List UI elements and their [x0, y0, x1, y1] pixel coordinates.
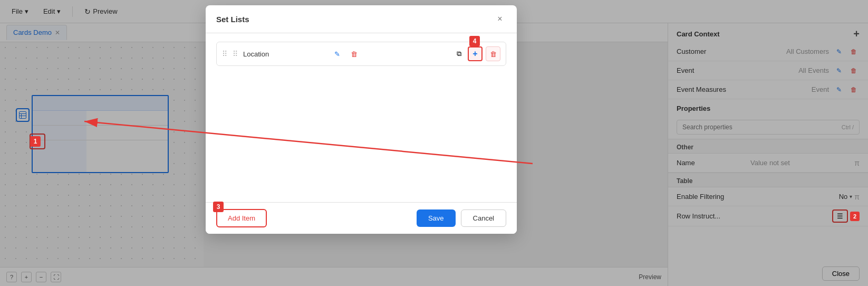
- location-item-name: Location: [243, 50, 326, 58]
- drag-handle-inner[interactable]: ⠿: [233, 50, 238, 58]
- save-button[interactable]: Save: [417, 209, 456, 227]
- delete-item-button[interactable]: 🗑: [486, 46, 500, 61]
- location-delete-icon[interactable]: 🗑: [348, 48, 360, 60]
- add-item-button[interactable]: Add Item: [216, 209, 267, 227]
- modal-footer: Add Item 3 Save Cancel: [206, 202, 517, 234]
- copy-icon[interactable]: ⧉: [453, 48, 465, 60]
- modal-header: Set Lists ×: [206, 5, 517, 33]
- add-item-wrapper: Add Item 3: [216, 209, 267, 227]
- modal-body: ⠿ ⠿ Location ✎ 🗑 ⧉ + 🗑: [206, 33, 517, 202]
- drag-handle-outer[interactable]: ⠿: [222, 50, 227, 58]
- save-label: Save: [428, 214, 444, 222]
- footer-actions: Save Cancel: [417, 209, 506, 227]
- cancel-label: Cancel: [473, 214, 494, 222]
- set-lists-modal: Set Lists × ⠿ ⠿ Location ✎ 🗑 ⧉ + 🗑 Add I…: [206, 5, 517, 234]
- modal-close-button[interactable]: ×: [494, 13, 506, 25]
- location-edit-icon[interactable]: ✎: [331, 48, 343, 60]
- cancel-button[interactable]: Cancel: [461, 209, 506, 227]
- modal-title: Set Lists: [216, 15, 249, 24]
- add-item-label: Add Item: [228, 214, 255, 222]
- item-right-actions: ⧉ + 🗑: [453, 46, 500, 61]
- add-child-button[interactable]: +: [468, 46, 483, 61]
- location-item-row: ⠿ ⠿ Location ✎ 🗑 ⧉ + 🗑: [216, 42, 506, 66]
